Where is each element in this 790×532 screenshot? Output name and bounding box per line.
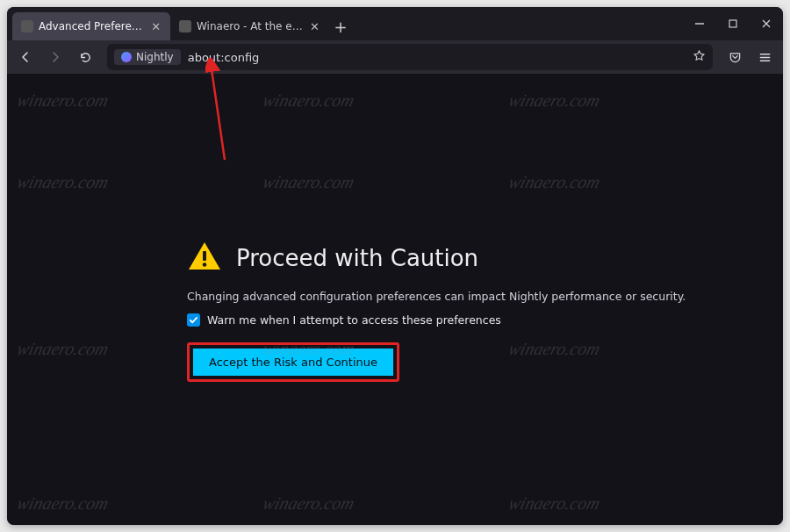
svg-line-9 [211, 63, 225, 160]
back-button[interactable] [12, 44, 39, 70]
warn-checkbox-row[interactable]: Warn me when I attempt to access these p… [187, 313, 686, 327]
svg-rect-7 [203, 251, 206, 261]
new-tab-button[interactable]: + [328, 12, 353, 40]
window-controls [683, 7, 783, 40]
url-bar[interactable]: Nightly about:config [107, 44, 713, 70]
titlebar: Advanced Preferences ✕ Winaero - At the … [7, 7, 783, 40]
identity-label: Nightly [136, 51, 174, 63]
accept-risk-button[interactable]: Accept the Risk and Continue [193, 349, 393, 376]
warn-checkbox[interactable] [187, 313, 200, 327]
tab-winaero[interactable]: Winaero - At the edge of tweaking ✕ [170, 12, 328, 40]
caution-panel: Proceed with Caution Changing advanced c… [187, 241, 686, 382]
annotation-arrow [205, 58, 241, 163]
content-area: Proceed with Caution Changing advanced c… [7, 74, 783, 525]
maximize-button[interactable] [716, 7, 750, 40]
toolbar-right [722, 44, 778, 70]
identity-box[interactable]: Nightly [114, 49, 181, 65]
bookmark-star-icon[interactable] [693, 49, 706, 66]
url-text: about:config [188, 51, 686, 64]
app-menu-button[interactable] [751, 44, 778, 70]
caution-description: Changing advanced configuration preferen… [187, 290, 686, 303]
tab-strip: Advanced Preferences ✕ Winaero - At the … [7, 7, 683, 40]
svg-rect-1 [729, 20, 736, 27]
save-to-pocket-icon[interactable] [722, 44, 748, 70]
accept-button-highlight: Accept the Risk and Continue [187, 342, 399, 382]
minimize-button[interactable] [683, 7, 716, 40]
reload-button[interactable] [72, 44, 98, 70]
warn-checkbox-label: Warn me when I attempt to access these p… [207, 313, 501, 327]
close-tab-icon[interactable]: ✕ [310, 20, 320, 32]
navigation-toolbar: Nightly about:config [7, 40, 783, 74]
warning-triangle-icon [187, 241, 222, 276]
close-window-button[interactable] [750, 7, 783, 40]
tab-favicon [179, 20, 191, 32]
tab-favicon [21, 20, 33, 32]
browser-window: Advanced Preferences ✕ Winaero - At the … [7, 7, 783, 525]
firefox-nightly-icon [121, 52, 132, 62]
caution-title: Proceed with Caution [236, 245, 478, 271]
tab-advanced-preferences[interactable]: Advanced Preferences ✕ [12, 12, 170, 40]
close-tab-icon[interactable]: ✕ [150, 20, 162, 32]
tab-label: Advanced Preferences [39, 20, 145, 32]
forward-button[interactable] [42, 44, 68, 70]
caution-header: Proceed with Caution [187, 241, 686, 276]
svg-point-8 [203, 262, 207, 267]
tab-label: Winaero - At the edge of tweaking [197, 20, 305, 32]
